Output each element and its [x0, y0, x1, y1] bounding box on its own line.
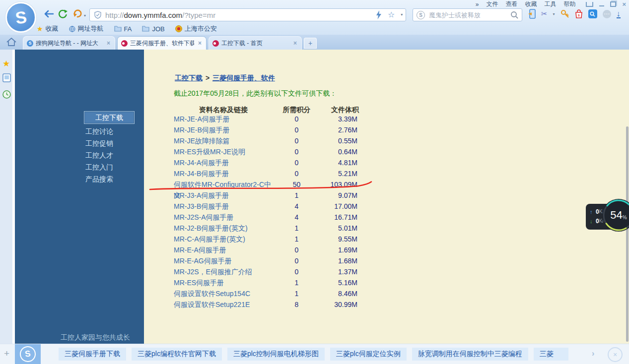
new-tab-button[interactable]: + — [304, 38, 317, 49]
sidebar-item-forum[interactable]: 工控讨论 — [65, 125, 134, 137]
bookmark-favorites[interactable]: ★收藏 — [37, 24, 59, 33]
bookmark-folder-fa[interactable]: FA — [114, 25, 132, 33]
sidebar-item-downloads[interactable]: 工控下载 — [84, 111, 135, 124]
file-link[interactable]: MR-JE故障排除篇 — [174, 135, 273, 146]
menu-view[interactable]: 查看 — [505, 0, 517, 8]
history-clock-icon[interactable] — [2, 90, 11, 101]
search-input[interactable] — [428, 11, 507, 19]
page-search-icon[interactable] — [588, 9, 597, 18]
sogou-logo[interactable]: S — [5, 2, 36, 33]
file-link[interactable]: 伺服设置软件Setup154C — [174, 288, 273, 299]
bottom-bar-close-icon[interactable]: × — [608, 347, 623, 362]
more-tools-icon[interactable]: ⋯ — [603, 10, 611, 18]
favorites-panel-icon[interactable]: ★ — [2, 59, 10, 69]
links-next-chevron-icon[interactable]: › — [592, 349, 594, 358]
tab-bar: S 搜狗网址导航 - - 网址大 × 三菱伺服手册、软件下载 × 工控下载 - … — [0, 35, 629, 50]
sidebar-item-product-search[interactable]: 产品搜索 — [65, 173, 134, 185]
bottom-add-icon[interactable]: + — [4, 348, 9, 359]
file-link[interactable]: 伺服软件MR-Configurator2-C中文 — [174, 179, 273, 190]
tab-close-icon[interactable]: × — [292, 40, 298, 47]
undo-caret-icon[interactable]: ▾ — [84, 13, 86, 18]
tab-close-icon[interactable]: × — [197, 40, 203, 47]
download-manager-icon[interactable]: ↓ — [617, 10, 621, 18]
file-link[interactable]: MR-J2-B伺服手册(英文) — [174, 223, 273, 234]
minimize-icon[interactable] — [599, 5, 604, 6]
related-link[interactable]: 三菱plc伺服定位实例 — [330, 348, 407, 361]
send-to-phone-icon[interactable] — [528, 9, 536, 19]
restore-icon[interactable] — [610, 1, 616, 7]
table-row: MR-J2-B伺服手册(英文)15.01M — [144, 223, 422, 234]
file-link[interactable]: MR-ES伺服手册 — [174, 277, 273, 288]
browser-side-strip: ★ — [0, 50, 15, 344]
file-link[interactable]: MR-C-A伺服手册(英文) — [174, 234, 273, 244]
file-link[interactable]: MR-J4-B伺服手册 — [174, 168, 273, 179]
table-row: MR-C-A伺服手册(英文)19.55M — [144, 234, 422, 244]
menu-overflow-icon[interactable]: » — [476, 1, 479, 8]
search-box[interactable]: S — [413, 8, 522, 21]
file-link[interactable]: MR-ES升级MR-JE说明 — [174, 146, 273, 157]
menu-file[interactable]: 文件 — [486, 0, 498, 8]
breadcrumb-parent-link[interactable]: 工控下载 — [175, 74, 203, 82]
page-scrollbar[interactable] — [626, 126, 629, 342]
related-link[interactable]: 三菱plc编程软件官网下载 — [132, 348, 222, 361]
svg-text:s: s — [578, 13, 580, 17]
related-link-truncated[interactable]: 三菱 — [534, 348, 568, 361]
skin-icon[interactable] — [586, 2, 593, 7]
sidebar-item-promo[interactable]: 工控促销 — [65, 137, 134, 149]
bookmark-police[interactable]: 上海市公安 — [175, 24, 217, 33]
sidebar-item-intro[interactable]: 工控入门 — [65, 161, 134, 173]
file-link[interactable]: MR-J2S，E伺服推广介绍 — [174, 266, 273, 277]
favorite-star-icon[interactable]: ☆ — [388, 10, 395, 19]
tab-gongkong-home[interactable]: 工控下载 - 首页 × — [209, 36, 302, 50]
file-link[interactable]: 伺服设置软件Setup221E — [174, 299, 273, 310]
file-link[interactable]: MR-JE-A伺服手册 — [174, 114, 273, 124]
file-points: 0 — [273, 157, 320, 168]
back-button[interactable] — [43, 9, 55, 19]
tab-sogou-nav[interactable]: S 搜狗网址导航 - - 网址大 × — [23, 36, 115, 50]
related-link[interactable]: 脉宽调制用在伺服控制中三菱编程 — [412, 348, 528, 361]
lightning-icon[interactable] — [376, 10, 382, 19]
tab-mitsubishi-downloads[interactable]: 三菱伺服手册、软件下载 × — [117, 36, 207, 50]
file-link[interactable]: MR-J3-A伺服手册 — [174, 190, 273, 201]
related-link[interactable]: 三菱伺服手册下载 — [59, 348, 126, 361]
related-link[interactable]: 三菱plc控制伺服电机梯形图 — [227, 348, 325, 361]
file-link[interactable]: MR-E-AG伺服手册 — [174, 255, 273, 266]
file-link[interactable]: MR-J3-B伺服手册 — [174, 201, 273, 212]
file-link[interactable]: MR-J2S-A伺服手册 — [174, 212, 273, 223]
screenshot-scissors-icon[interactable]: ✂ — [541, 9, 548, 18]
refresh-button[interactable] — [58, 9, 68, 19]
bookmarks-bar: ★收藏 网址导航 FA JOB 上海市公安 — [37, 24, 217, 34]
table-row: MR-J2S，E伺服推广介绍01.37M — [144, 266, 422, 277]
shopping-bag-icon[interactable]: s — [575, 9, 583, 18]
breadcrumb-current-link[interactable]: 三菱伺服手册、软件 — [212, 74, 275, 82]
password-key-icon[interactable] — [560, 9, 569, 18]
search-icon[interactable] — [510, 11, 518, 19]
file-link[interactable]: MR-E-A伺服手册 — [174, 244, 273, 255]
menu-help[interactable]: 帮助 — [563, 0, 575, 8]
home-button[interactable] — [6, 37, 17, 49]
sogou-bottom-logo[interactable]: S — [15, 344, 41, 364]
site-favicon — [121, 40, 128, 47]
undo-button[interactable] — [73, 9, 83, 18]
sogou-ring-letter: S — [19, 345, 37, 363]
close-icon[interactable]: × — [622, 0, 626, 8]
file-size: 0.55M — [320, 135, 370, 146]
tab-close-icon[interactable]: × — [106, 40, 111, 47]
folder-icon — [142, 26, 149, 32]
file-link[interactable]: MR-J4-A伺服手册 — [174, 157, 273, 168]
reader-panel-icon[interactable] — [2, 73, 11, 84]
sidebar-item-jobs[interactable]: 工控人才 — [65, 149, 134, 161]
bookmark-folder-job[interactable]: JOB — [142, 25, 164, 33]
menu-favorites[interactable]: 收藏 — [525, 0, 537, 8]
screenshot-caret-icon[interactable]: ▾ — [553, 12, 555, 16]
progress-circle[interactable]: 54 % — [602, 198, 629, 232]
menu-bar: » 文件 查看 收藏 工具 帮助 × — [476, 0, 626, 8]
address-bar[interactable]: http://down.ymmfa.com/?type=mr — [89, 8, 406, 21]
table-row: MR-ES伺服手册15.16M — [144, 277, 422, 288]
file-size: 16.71M — [320, 212, 370, 223]
file-link[interactable]: MR-JE-B伺服手册 — [174, 124, 273, 135]
table-row: 伺服设置软件Setup221E830.99M — [144, 299, 422, 310]
address-caret-icon[interactable]: ▾ — [401, 12, 403, 17]
menu-tools[interactable]: 工具 — [544, 0, 556, 8]
bookmark-nav-site[interactable]: 网址导航 — [69, 24, 104, 33]
